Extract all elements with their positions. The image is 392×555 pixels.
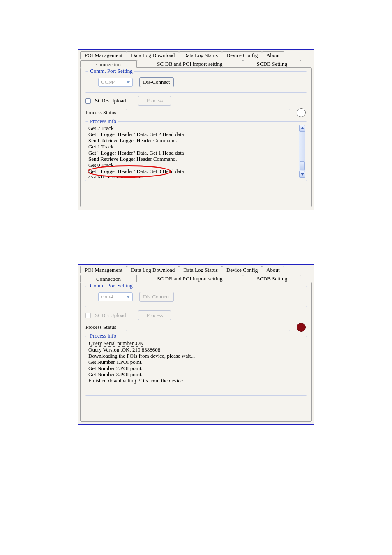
com-port-select[interactable]: com4 bbox=[98, 292, 133, 301]
scdb-upload-checkbox[interactable] bbox=[85, 98, 91, 104]
comm-port-legend: Comm. Port Setting bbox=[88, 68, 134, 74]
process-info-legend: Process info bbox=[88, 118, 118, 125]
tab-row-front: Connection SC DB and POI import setting … bbox=[78, 59, 314, 67]
scdb-upload-row: SCDB Upload Process bbox=[85, 96, 307, 106]
process-info-log: Query Serial number..OK Query Version..O… bbox=[88, 340, 305, 392]
connection-panel: Comm. Port Setting com4 Dis-Connect SCDB… bbox=[80, 282, 312, 422]
scdb-upload-row: SCDB Upload Process bbox=[85, 310, 307, 320]
tab-device-config[interactable]: Device Config bbox=[222, 51, 262, 59]
process-info-legend: Process info bbox=[88, 333, 118, 339]
tab-row-front: Connection SC DB and POI import setting … bbox=[78, 273, 314, 282]
tab-about[interactable]: About bbox=[262, 51, 284, 59]
log-line: Get Number 1.POI point. bbox=[88, 359, 305, 365]
tab-data-log-download[interactable]: Data Log Download bbox=[127, 266, 179, 273]
tab-row-back: POI Management Data Log Download Data Lo… bbox=[78, 265, 314, 273]
log-line: Query Version..OK. 210 8388608 bbox=[88, 347, 305, 353]
process-info-group: Process info Get 2 Track Get " Logger He… bbox=[85, 121, 307, 181]
dialog-panel-2: POI Management Data Log Download Data Lo… bbox=[78, 264, 314, 425]
tab-device-config[interactable]: Device Config bbox=[222, 266, 262, 273]
log-line: Get 1 Track bbox=[88, 143, 298, 150]
log-line: Get Number 2.POI point. bbox=[88, 365, 305, 371]
log-line: Get 2 Track bbox=[88, 125, 298, 131]
scroll-down-icon[interactable] bbox=[299, 171, 305, 178]
log-line: Get " Logger Header" Data. Get 2 Head da… bbox=[88, 131, 298, 137]
process-status-label: Process Status bbox=[85, 324, 123, 331]
process-button[interactable]: Process bbox=[138, 96, 171, 106]
tab-scdb-poi-import[interactable]: SC DB and POI import setting bbox=[136, 60, 243, 67]
log-line: Send Retrieve Logger Header Command. bbox=[88, 156, 298, 162]
tab-about[interactable]: About bbox=[262, 266, 284, 273]
process-info-log: Get 2 Track Get " Logger Header" Data. G… bbox=[88, 125, 305, 178]
log-line: Get " Logger Header" Data. Get 1 Head da… bbox=[88, 150, 298, 156]
scdb-upload-label: SCDB Upload bbox=[95, 312, 126, 319]
log-line: Query Serial number..OK bbox=[88, 340, 305, 347]
process-status-field bbox=[126, 109, 290, 116]
connection-panel: Comm. Port Setting COM4 Dis-Connect SCDB… bbox=[80, 67, 312, 207]
log-line: Send Retrieve Logger Header Command. bbox=[88, 137, 298, 143]
log-line: Get All Datalogger Heads bbox=[88, 174, 298, 178]
dialog-panel-1: POI Management Data Log Download Data Lo… bbox=[78, 49, 314, 210]
tab-data-log-status[interactable]: Data Log Status bbox=[179, 266, 222, 273]
tab-scdb-poi-import[interactable]: SC DB and POI import setting bbox=[136, 275, 243, 282]
disconnect-button[interactable]: Dis-Connect bbox=[139, 77, 174, 87]
tab-poi-management[interactable]: POI Management bbox=[80, 266, 127, 273]
log-line: Get Number 3.POI point. bbox=[88, 371, 305, 377]
svg-marker-0 bbox=[127, 81, 130, 83]
process-info-group: Process info Query Serial number..OK Que… bbox=[85, 336, 307, 396]
log-lines: Get 2 Track Get " Logger Header" Data. G… bbox=[88, 125, 298, 178]
disconnect-button[interactable]: Dis-Connect bbox=[139, 292, 174, 302]
comm-port-setting-group: Comm. Port Setting COM4 Dis-Connect bbox=[85, 71, 307, 92]
svg-marker-1 bbox=[301, 127, 304, 129]
comm-port-legend: Comm. Port Setting bbox=[88, 282, 134, 289]
process-status-label: Process Status bbox=[85, 109, 123, 116]
tab-poi-management[interactable]: POI Management bbox=[80, 51, 127, 59]
tab-data-log-download[interactable]: Data Log Download bbox=[127, 51, 179, 59]
scroll-up-icon[interactable] bbox=[299, 125, 305, 132]
process-status-field bbox=[126, 324, 290, 331]
tab-data-log-status[interactable]: Data Log Status bbox=[179, 51, 222, 59]
comm-port-setting-group: Comm. Port Setting com4 Dis-Connect bbox=[85, 286, 307, 307]
chevron-down-icon bbox=[125, 79, 131, 86]
svg-marker-2 bbox=[301, 173, 304, 176]
log-lines: Query Serial number..OK Query Version..O… bbox=[88, 340, 305, 384]
tab-row-back: POI Management Data Log Download Data Lo… bbox=[78, 50, 314, 59]
process-status-row: Process Status bbox=[85, 108, 307, 117]
scroll-thumb[interactable] bbox=[300, 161, 305, 170]
status-indicator bbox=[297, 108, 306, 117]
tab-scdb-setting[interactable]: SCDB Setting bbox=[243, 275, 301, 282]
com-port-value: com4 bbox=[101, 294, 125, 300]
tab-connection[interactable]: Connection bbox=[80, 60, 137, 68]
svg-marker-3 bbox=[127, 296, 130, 298]
log-line: Downloading the POIs from device, please… bbox=[88, 353, 305, 359]
scdb-upload-label: SCDB Upload bbox=[95, 97, 126, 104]
scrollbar-vertical[interactable] bbox=[299, 125, 305, 178]
process-button[interactable]: Process bbox=[138, 310, 171, 320]
status-indicator bbox=[297, 323, 306, 332]
com-port-select[interactable]: COM4 bbox=[98, 78, 133, 87]
log-line: Get " Logger Header" Data. Get 0 Head da… bbox=[88, 168, 298, 174]
tab-connection[interactable]: Connection bbox=[80, 275, 137, 282]
tab-scdb-setting[interactable]: SCDB Setting bbox=[243, 60, 301, 67]
log-line: Finished downloading POIs from the devic… bbox=[88, 377, 305, 384]
log-line: Get 0 Track bbox=[88, 162, 298, 168]
chevron-down-icon bbox=[125, 294, 131, 300]
scdb-upload-checkbox[interactable] bbox=[85, 313, 91, 318]
process-status-row: Process Status bbox=[85, 323, 307, 332]
com-port-value: COM4 bbox=[101, 79, 125, 86]
